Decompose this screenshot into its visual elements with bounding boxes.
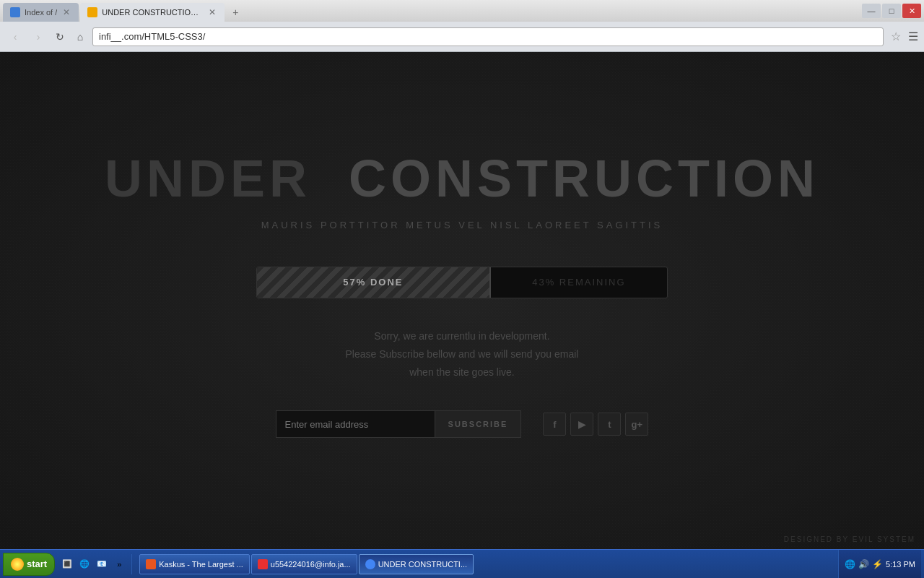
progress-remaining-label: 43% REMAINING	[532, 277, 625, 288]
url-input[interactable]: infi__.com/HTML5-CSS3/	[92, 27, 884, 46]
email-input[interactable]	[276, 410, 435, 438]
back-button[interactable]: ‹	[6, 27, 25, 46]
volume-icon: 🔊	[858, 559, 869, 569]
description-line3: when the site goes live.	[346, 363, 579, 381]
taskbar-divider	[131, 554, 132, 574]
window-controls: — □ ✕	[862, 3, 921, 22]
subscribe-area: SUBSCRIBE f ▶ t g+	[276, 410, 649, 438]
facebook-icon[interactable]: f	[543, 413, 566, 436]
taskbar: start 🔳 🌐 📧 » Kaskus - The Largest ... u…	[0, 549, 924, 578]
tab-label-index: Index of /	[25, 8, 57, 17]
tab-favicon-construction	[87, 7, 97, 17]
progress-bar-container: 57% DONE 43% REMAINING	[256, 267, 668, 298]
chrome-icon	[365, 559, 375, 569]
main-title: UNDER CONSTRUCTION	[105, 149, 819, 208]
taskbar-programs: Kaskus - The Largest ... u554224016@info…	[139, 554, 837, 574]
menu-icon[interactable]: ☰	[908, 30, 918, 43]
kaskus-icon	[146, 559, 156, 569]
construction-label: UNDER CONSTRUCTI...	[378, 560, 467, 569]
bookmark-icon[interactable]: ☆	[891, 30, 901, 43]
forward-button[interactable]: ›	[29, 27, 48, 46]
taskbar-program-construction[interactable]: UNDER CONSTRUCTI...	[359, 554, 474, 574]
progress-done-label: 57% DONE	[257, 277, 489, 288]
subscribe-button[interactable]: SUBSCRIBE	[435, 410, 522, 438]
start-button[interactable]: start	[3, 553, 55, 576]
minimize-button[interactable]: —	[862, 4, 881, 18]
start-icon	[11, 558, 24, 571]
network-icon: 🌐	[845, 559, 855, 569]
quick-launch-icon-3[interactable]: 📧	[94, 556, 110, 572]
progress-filled: 57% DONE	[257, 267, 491, 298]
social-icons: f ▶ t g+	[543, 413, 648, 436]
tab-favicon-index	[10, 7, 20, 17]
googleplus-icon[interactable]: g+	[625, 413, 648, 436]
start-label: start	[27, 558, 47, 569]
taskbar-right: 🌐 🔊 ⚡ 5:13 PM	[838, 550, 921, 578]
quick-launch-icon-1[interactable]: 🔳	[59, 556, 75, 572]
email-icon	[258, 559, 268, 569]
tab-close-index[interactable]: ✕	[61, 7, 71, 17]
close-button[interactable]: ✕	[902, 4, 921, 18]
page-content: UNDER CONSTRUCTION MAURIS PORTTITOR METU…	[0, 52, 924, 549]
tab-construction[interactable]: UNDER CONSTRUCTION PAC ✕	[80, 3, 225, 22]
title-under: UNDER	[105, 150, 311, 207]
address-bar: ‹ › ↻ ⌂ infi__.com/HTML5-CSS3/ ☆ ☰	[0, 22, 924, 52]
main-content: UNDER CONSTRUCTION MAURIS PORTTITOR METU…	[0, 52, 924, 549]
subtitle: MAURIS PORTTITOR METUS VEL NISL LAOREET …	[261, 220, 663, 230]
reload-button[interactable]: ↻	[52, 29, 68, 45]
maximize-button[interactable]: □	[882, 4, 901, 18]
description-line2: Please Subscribe bellow and we will send…	[346, 345, 579, 363]
description-text: Sorry, we are currentlu in development. …	[346, 327, 579, 382]
quick-launch-icon-4[interactable]: »	[111, 556, 127, 572]
tab-label-construction: UNDER CONSTRUCTION PAC	[102, 8, 203, 17]
browser-frame: Index of / ✕ UNDER CONSTRUCTION PAC ✕ + …	[0, 0, 924, 578]
taskbar-program-email[interactable]: u554224016@info.ja...	[251, 554, 357, 574]
taskbar-quick-launch: 🔳 🌐 📧 »	[59, 556, 127, 572]
quick-launch-icon-2[interactable]: 🌐	[77, 556, 92, 572]
tab-index[interactable]: Index of / ✕	[3, 3, 79, 22]
tab-close-construction[interactable]: ✕	[207, 7, 217, 17]
twitter-icon[interactable]: t	[598, 413, 621, 436]
title-bar: Index of / ✕ UNDER CONSTRUCTION PAC ✕ + …	[0, 0, 924, 22]
progress-remaining: 43% REMAINING	[491, 267, 667, 298]
description-line1: Sorry, we are currentlu in development.	[346, 327, 579, 345]
home-button[interactable]: ⌂	[72, 29, 88, 45]
taskbar-program-kaskus[interactable]: Kaskus - The Largest ...	[139, 554, 250, 574]
title-construction: CONSTRUCTION	[349, 150, 819, 207]
url-text: infi__.com/HTML5-CSS3/	[99, 31, 205, 42]
battery-icon: ⚡	[872, 559, 883, 569]
kaskus-label: Kaskus - The Largest ...	[159, 560, 243, 569]
youtube-icon[interactable]: ▶	[570, 413, 593, 436]
clock: 5:13 PM	[886, 560, 915, 569]
email-label: u554224016@info.ja...	[271, 560, 351, 569]
new-tab-button[interactable]: +	[226, 3, 245, 22]
